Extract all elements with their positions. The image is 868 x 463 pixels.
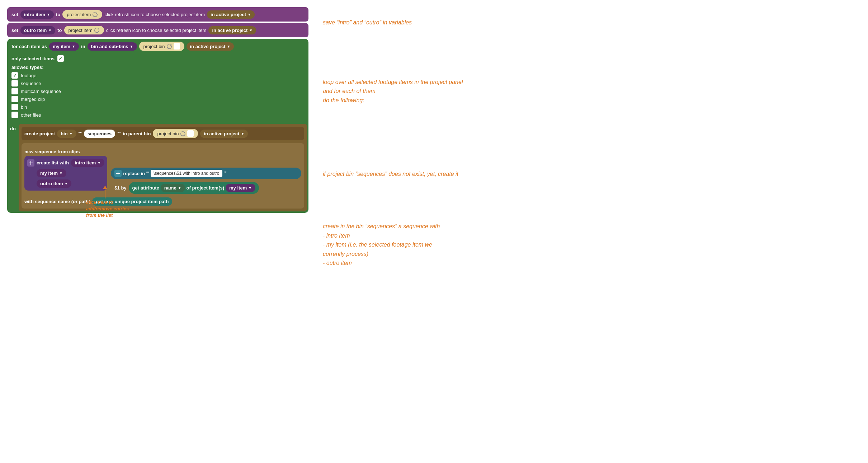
annotation-loop: loop over all selected footage items in … <box>323 78 463 105</box>
create-seq-line2: - intro item <box>323 231 463 240</box>
path-value-pill[interactable]: \sequences\$1 with intro and outro <box>151 170 222 177</box>
multicam-checkbox[interactable] <box>11 88 18 94</box>
merged-checkbox[interactable] <box>11 96 18 102</box>
open-quote-1: ““ <box>79 131 82 136</box>
parent-bin-refresh[interactable]: project bin <box>153 129 198 138</box>
chevron-icon-2b: ▼ <box>249 28 253 32</box>
plus-icon-svg <box>28 160 33 165</box>
foreach-block: for each item as my item ▼ in bin and su… <box>7 39 308 213</box>
intro-item-pill[interactable]: intro item ▼ <box>20 10 54 19</box>
only-selected-checkbox[interactable]: ✓ <box>57 55 64 62</box>
footage-checkbox[interactable]: ✓ <box>11 72 18 79</box>
loop-line1: loop over all selected footage items in … <box>323 78 463 87</box>
attr-name-pill[interactable]: name ▼ <box>161 184 185 192</box>
chevron-scope: ▼ <box>130 45 133 48</box>
list-block: create list with intro item ▼ my item <box>24 156 107 191</box>
annotation-create-seq: create in the bin “sequences” a sequence… <box>323 222 463 268</box>
refresh-icon-1[interactable] <box>92 11 98 17</box>
create-bin-text: if project bin “sequences” does not exis… <box>323 169 463 179</box>
to-label-1: to <box>56 12 60 17</box>
set-outro-row: set outro item ▼ to project item click r… <box>7 23 308 37</box>
multicam-label: multicam sequence <box>21 89 61 94</box>
type-bin: bin <box>11 104 304 110</box>
bin-type-pill[interactable]: bin ▼ <box>57 130 76 138</box>
open-quote-2: ““ <box>146 171 149 176</box>
chevron-icon-1: ▼ <box>47 13 50 17</box>
add-list-item-button[interactable] <box>27 159 34 167</box>
refresh-hint-2: click refresh icon to choose selected pr… <box>106 28 207 33</box>
chevron-outro-list: ▼ <box>64 182 68 186</box>
close-quote-2: ”” <box>224 171 227 176</box>
refresh-icon-4[interactable] <box>180 131 186 136</box>
checkmark-icon: ✓ <box>58 56 62 61</box>
type-other: other files <box>11 112 304 118</box>
replace-section: replace in ““ \sequences\$1 with intro a… <box>111 146 301 194</box>
chevron-item-attr: ▼ <box>248 186 252 190</box>
loop-line2: and for each of them <box>323 86 463 96</box>
replace-label: replace in <box>123 171 145 176</box>
do-label-col: do <box>7 122 19 135</box>
scope-pill[interactable]: bin and sub-bins ▼ <box>88 42 137 51</box>
white-box-1 <box>174 43 180 50</box>
outro-list-pill[interactable]: outro item ▼ <box>37 179 71 188</box>
in-active-pill-1[interactable]: in active project ▼ <box>207 10 255 19</box>
new-seq-label: new sequence from clips <box>24 146 107 154</box>
chevron-icon-2: ▼ <box>48 28 52 32</box>
other-checkbox[interactable] <box>11 112 18 118</box>
create-seq-line1: create in the bin “sequences” a sequence… <box>323 222 463 231</box>
replace-plus-svg <box>115 171 121 176</box>
get-attr-label: get attribute <box>132 185 159 191</box>
allowed-types-label: allowed types: <box>11 65 304 70</box>
inner-area: new sequence from clips <box>22 143 304 209</box>
list-header: create list with intro item ▼ <box>27 159 104 167</box>
create-seq-line4: currently process) <box>323 249 463 259</box>
project-bin-refresh[interactable]: project bin <box>139 42 184 51</box>
create-label: create project <box>24 131 55 136</box>
refresh-icon-2[interactable] <box>94 27 100 33</box>
chevron-foreach-active: ▼ <box>227 45 230 48</box>
chevron-myitem: ▼ <box>72 45 75 48</box>
refresh-hint-1: click refresh icon to choose selected pr… <box>104 12 205 17</box>
seq-name-row: with sequence name (or path) get new uni… <box>24 197 301 206</box>
type-sequence: sequence <box>11 80 304 86</box>
in-active-foreach-pill[interactable]: in active project ▼ <box>187 42 234 51</box>
replace-plus-button[interactable] <box>114 170 122 177</box>
do-section: do create project bin ▼ ““ sequences ”” … <box>7 122 308 213</box>
sequence-checkbox[interactable] <box>11 80 18 86</box>
my-item-attr-pill[interactable]: my item ▼ <box>226 184 255 192</box>
footage-check: ✓ <box>13 73 17 78</box>
in-active-bin-pill[interactable]: in active project ▼ <box>200 130 248 138</box>
white-box-2 <box>187 130 194 137</box>
project-item-refresh-1[interactable]: project item <box>62 10 102 19</box>
in-active-pill-2[interactable]: in active project ▼ <box>208 26 256 34</box>
sequences-value-pill[interactable]: sequences <box>84 130 115 138</box>
create-list-label: create list with <box>37 160 69 165</box>
set-label-2: set <box>11 28 18 33</box>
chevron-intro-list: ▼ <box>97 161 101 165</box>
create-seq-line3: - my item (i.e. the selected footage ite… <box>323 240 463 249</box>
intro-list-pill[interactable]: intro item ▼ <box>71 159 104 167</box>
other-label: other files <box>21 112 41 118</box>
my-item-pill[interactable]: my item ▼ <box>49 42 79 51</box>
outro-item-pill[interactable]: outro item ▼ <box>20 26 55 34</box>
in-parent-label: in parent bin <box>123 131 151 136</box>
refresh-icon-3[interactable] <box>166 43 172 49</box>
create-bin-row: create project bin ▼ ““ sequences ”” in … <box>22 127 304 140</box>
outro-list-row: outro item ▼ <box>37 179 104 188</box>
seq-name-label: with sequence name (or path) <box>24 199 90 204</box>
type-footage: ✓ footage <box>11 72 304 79</box>
annotation-create-bin: if project bin “sequences” does not exis… <box>323 169 463 179</box>
set-label-1: set <box>11 12 18 17</box>
sequence-main-row: new sequence from clips <box>24 146 301 194</box>
foreach-label: for each item as <box>11 44 47 49</box>
loop-line3: do the following: <box>323 96 463 105</box>
footage-label: footage <box>21 73 36 78</box>
my-item-list-pill[interactable]: my item ▼ <box>37 169 66 177</box>
type-multicam: multicam sequence <box>11 88 304 94</box>
to-label-2: to <box>57 28 62 33</box>
side-annotations: save “intro” and “outro” in variables lo… <box>323 7 463 282</box>
bin-checkbox[interactable] <box>11 104 18 110</box>
get-unique-path-pill[interactable]: get new unique project item path <box>92 197 172 206</box>
svg-rect-1 <box>29 163 33 163</box>
project-item-refresh-2[interactable]: project item <box>64 26 104 34</box>
